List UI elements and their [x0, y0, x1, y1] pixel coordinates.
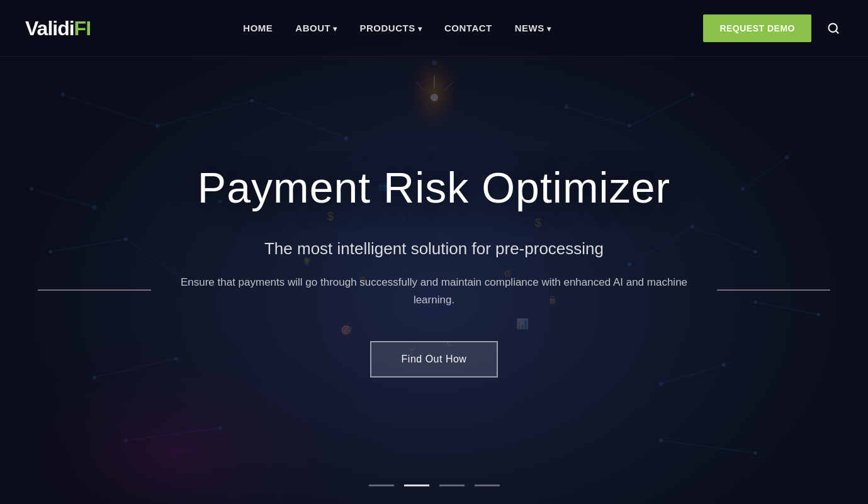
- hero-content: Payment Risk Optimizer The most intellig…: [151, 164, 718, 378]
- nav-item-contact[interactable]: CONTACT: [444, 23, 492, 34]
- slide-dot-4[interactable]: [475, 484, 500, 486]
- logo-part2: FI: [74, 17, 91, 40]
- find-out-how-button[interactable]: Find Out How: [370, 341, 499, 378]
- logo-part1: Validi: [25, 17, 74, 40]
- hero-subtitle: The most intelligent solution for pre-pr…: [176, 237, 692, 261]
- slide-dot-3[interactable]: [439, 484, 465, 486]
- nav-link-about[interactable]: ABOUT: [295, 23, 337, 33]
- logo-text: ValidiFI: [25, 18, 91, 38]
- nav-item-about[interactable]: ABOUT: [295, 23, 337, 34]
- hero-description: Ensure that payments will go through suc…: [176, 274, 692, 310]
- slide-dot-2[interactable]: [404, 484, 429, 486]
- nav-link-news[interactable]: NEWS: [515, 23, 551, 33]
- request-demo-button[interactable]: REQUEST DEMO: [703, 14, 811, 42]
- nav-item-products[interactable]: PRODUCTS: [360, 23, 422, 34]
- slide-dot-1[interactable]: [369, 484, 394, 486]
- nav-link-home[interactable]: HOME: [243, 23, 273, 33]
- hero-section: $ $ ⚙ ⚙ 🎯 📊 👥 📱 💡 🔒 ✓ C ValidiFI: [0, 0, 868, 504]
- logo[interactable]: ValidiFI: [25, 18, 91, 38]
- navbar: ValidiFI HOME ABOUT PRODUCTS CONTACT NEW…: [0, 0, 868, 57]
- svg-line-73: [836, 30, 838, 33]
- nav-link-products[interactable]: PRODUCTS: [360, 23, 422, 33]
- search-button[interactable]: [824, 19, 843, 38]
- hero-line-left: [38, 289, 151, 291]
- slide-indicators: [369, 484, 500, 486]
- search-icon: [827, 22, 840, 35]
- nav-item-news[interactable]: NEWS: [515, 23, 551, 34]
- hero-line-right: [717, 289, 830, 291]
- nav-item-home[interactable]: HOME: [243, 23, 273, 34]
- nav-right: REQUEST DEMO: [703, 14, 843, 42]
- nav-links: HOME ABOUT PRODUCTS CONTACT NEWS: [243, 23, 551, 34]
- hero-title: Payment Risk Optimizer: [176, 164, 692, 211]
- nav-link-contact[interactable]: CONTACT: [444, 23, 492, 33]
